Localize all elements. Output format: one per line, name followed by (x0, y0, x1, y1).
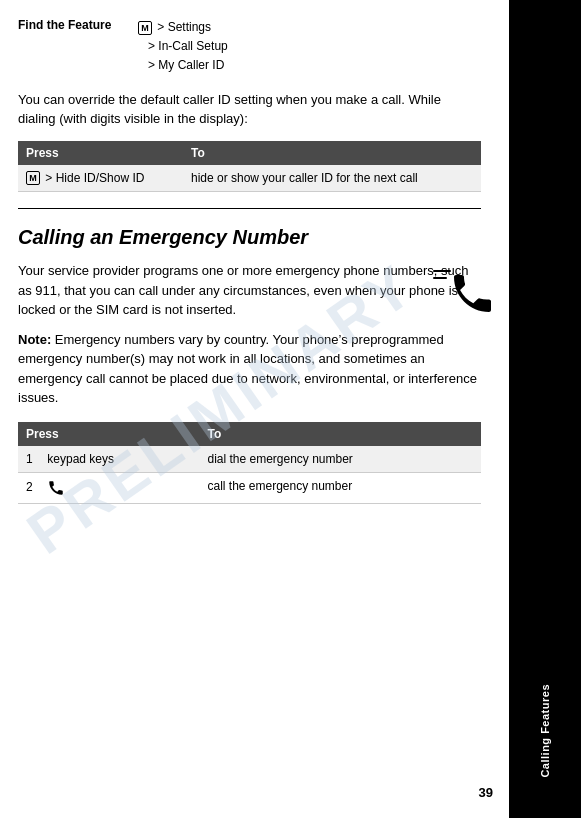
table2-row1-to: dial the emergency number (199, 446, 481, 473)
find-feature-label: Find the Feature (18, 18, 138, 76)
step-number-2: 2 (26, 480, 44, 494)
table-row: 1 keypad keys dial the emergency number (18, 446, 481, 473)
section-divider (18, 208, 481, 209)
note-body: Emergency numbers vary by country. Your … (18, 332, 477, 406)
table1: Press To M > Hide ID/Show ID hide or sho… (18, 141, 481, 193)
table1-to-cell: hide or show your caller ID for the next… (183, 165, 481, 192)
page-number: 39 (479, 785, 493, 800)
page-container: Find the Feature M > Settings > In-Call … (0, 0, 581, 818)
table2-col1-header: Press (18, 422, 199, 446)
path-line-1: M > Settings (138, 18, 228, 37)
find-feature-path: M > Settings > In-Call Setup > My Caller… (138, 18, 228, 76)
table1-press-cell: M > Hide ID/Show ID (18, 165, 183, 192)
section-body1: Your service provider programs one or mo… (18, 261, 481, 320)
table2: Press To 1 keypad keys dial the emergenc… (18, 422, 481, 504)
note-label: Note: (18, 332, 51, 347)
table-row: M > Hide ID/Show ID hide or show your ca… (18, 165, 481, 192)
menu-icon: M (138, 21, 152, 35)
table2-col2-header: To (199, 422, 481, 446)
send-call-icon (47, 479, 65, 497)
main-content: Find the Feature M > Settings > In-Call … (18, 18, 481, 504)
table-row: 2 call the emergency number (18, 472, 481, 503)
table2-row2-to: call the emergency number (199, 472, 481, 503)
table2-row1-press-text: keypad keys (47, 452, 114, 466)
table2-header-row: Press To (18, 422, 481, 446)
path-line-2: > In-Call Setup (138, 37, 228, 56)
menu-icon-table1: M (26, 171, 40, 185)
intro-text: You can override the default caller ID s… (18, 90, 481, 129)
table2-row1-press: 1 keypad keys (18, 446, 199, 473)
path-line-3: > My Caller ID (138, 56, 228, 75)
table1-col2-header: To (183, 141, 481, 165)
table2-row2-press: 2 (18, 472, 199, 503)
table1-col1-header: Press (18, 141, 183, 165)
step-number-1: 1 (26, 452, 44, 466)
find-feature-section: Find the Feature M > Settings > In-Call … (18, 18, 481, 76)
note-text: Note: Emergency numbers vary by country.… (18, 330, 481, 408)
section-heading: Calling an Emergency Number (18, 225, 481, 249)
table1-header-row: Press To (18, 141, 481, 165)
